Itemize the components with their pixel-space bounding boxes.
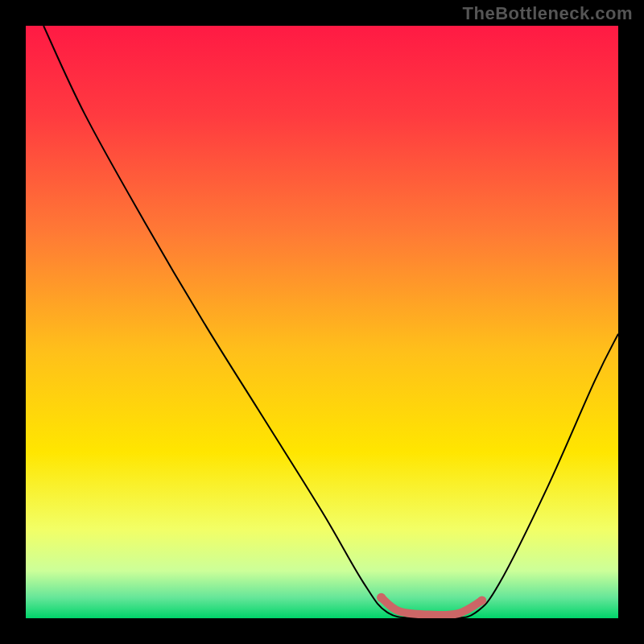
watermark-text: TheBottleneck.com <box>463 3 633 24</box>
chart-plot-area <box>26 26 618 618</box>
svg-point-0 <box>377 593 386 602</box>
chart-gradient-background <box>26 26 618 618</box>
chart-svg <box>26 26 618 618</box>
svg-point-1 <box>477 596 486 605</box>
